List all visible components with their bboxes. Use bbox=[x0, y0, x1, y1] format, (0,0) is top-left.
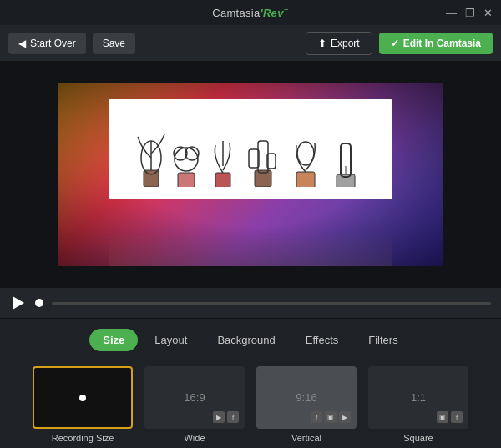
preview-reflection bbox=[109, 233, 392, 266]
recording-dot bbox=[79, 395, 86, 401]
size-card-vertical[interactable]: 9:16 f ▣ ▶ Vertical bbox=[256, 366, 357, 443]
size-thumb-wide[interactable]: 16:9 ▶ f bbox=[144, 366, 245, 429]
size-thumb-recording[interactable] bbox=[33, 366, 133, 429]
checkmark-icon: ✓ bbox=[391, 38, 399, 49]
svg-rect-9 bbox=[258, 141, 268, 173]
youtube-icon-v: ▶ bbox=[339, 411, 351, 423]
minimize-button[interactable]: — bbox=[446, 7, 457, 19]
save-label: Save bbox=[103, 38, 125, 49]
wide-ratio: 16:9 bbox=[184, 391, 205, 404]
size-label-vertical: Vertical bbox=[291, 433, 321, 443]
scrubber-track[interactable] bbox=[52, 302, 491, 305]
instagram-icon-s: ▣ bbox=[437, 411, 448, 423]
toolbar-right: ⬆ Export ✓ Edit In Camtasia bbox=[306, 32, 493, 55]
export-button[interactable]: ⬆ Export bbox=[306, 32, 372, 55]
size-label-square: Square bbox=[403, 433, 433, 443]
size-thumb-square[interactable]: 1:1 ▣ f bbox=[368, 366, 468, 429]
export-label: Export bbox=[331, 38, 360, 49]
start-over-label: Start Over bbox=[30, 38, 76, 49]
tab-background[interactable]: Background bbox=[204, 329, 288, 351]
tab-filters[interactable]: Filters bbox=[355, 329, 411, 351]
size-card-recording[interactable]: Recording Size bbox=[33, 366, 133, 443]
app-title: Camtasia'Rev+ bbox=[212, 5, 289, 19]
rev-label: 'Rev bbox=[261, 8, 284, 20]
edit-in-camtasia-button[interactable]: ✓ Edit In Camtasia bbox=[379, 33, 493, 54]
preview-canvas bbox=[58, 83, 443, 266]
close-button[interactable]: ✕ bbox=[483, 7, 493, 19]
size-card-square[interactable]: 1:1 ▣ f Square bbox=[368, 366, 468, 443]
svg-rect-10 bbox=[249, 149, 259, 168]
size-label-recording: Recording Size bbox=[52, 433, 114, 443]
vertical-icons: f ▣ ▶ bbox=[311, 411, 351, 423]
tabs-row: Size Layout Background Effects Filters bbox=[89, 329, 411, 351]
square-ratio: 1:1 bbox=[411, 391, 426, 404]
vertical-ratio: 9:16 bbox=[296, 391, 316, 404]
start-over-button[interactable]: ◀ Start Over bbox=[8, 33, 86, 54]
edit-camtasia-label: Edit In Camtasia bbox=[403, 38, 481, 49]
playback-bar bbox=[0, 287, 501, 319]
toolbar: ◀ Start Over Save ⬆ Export ✓ Edit In Cam… bbox=[0, 25, 501, 62]
window-controls[interactable]: — ❐ ✕ bbox=[446, 7, 493, 19]
size-options: Recording Size 16:9 ▶ f Wide 9:16 f ▣ ▶ … bbox=[0, 358, 501, 448]
plus-label: + bbox=[284, 5, 289, 14]
wide-icons: ▶ f bbox=[213, 411, 239, 423]
tab-layout[interactable]: Layout bbox=[141, 329, 200, 351]
facebook-icon-v: f bbox=[311, 411, 322, 423]
maximize-button[interactable]: ❐ bbox=[465, 7, 475, 19]
size-label-wide: Wide bbox=[184, 433, 205, 443]
instagram-icon-v: ▣ bbox=[325, 411, 337, 423]
playhead[interactable] bbox=[35, 299, 43, 307]
youtube-icon: ▶ bbox=[213, 411, 225, 423]
size-thumb-vertical[interactable]: 9:16 f ▣ ▶ bbox=[256, 366, 357, 429]
preview-area bbox=[0, 62, 501, 287]
tab-size[interactable]: Size bbox=[89, 329, 138, 351]
plant-illustrations bbox=[117, 103, 384, 195]
tabs-section: Size Layout Background Effects Filters bbox=[0, 319, 501, 358]
svg-rect-7 bbox=[215, 173, 230, 187]
facebook-icon-s: f bbox=[451, 411, 463, 423]
svg-rect-3 bbox=[178, 173, 195, 187]
plant-svg bbox=[125, 112, 376, 187]
save-button[interactable]: Save bbox=[93, 33, 135, 54]
arrow-left-icon: ◀ bbox=[18, 38, 26, 49]
facebook-icon: f bbox=[227, 411, 239, 423]
svg-point-13 bbox=[297, 142, 314, 165]
size-card-wide[interactable]: 16:9 ▶ f Wide bbox=[144, 366, 245, 443]
svg-rect-12 bbox=[296, 172, 315, 187]
tab-effects[interactable]: Effects bbox=[292, 329, 352, 351]
title-bar: Camtasia'Rev+ — ❐ ✕ bbox=[0, 0, 501, 25]
play-button[interactable] bbox=[10, 294, 27, 311]
export-icon: ⬆ bbox=[318, 38, 326, 49]
square-icons: ▣ f bbox=[437, 411, 463, 423]
play-icon bbox=[13, 296, 24, 310]
preview-card bbox=[109, 99, 392, 199]
